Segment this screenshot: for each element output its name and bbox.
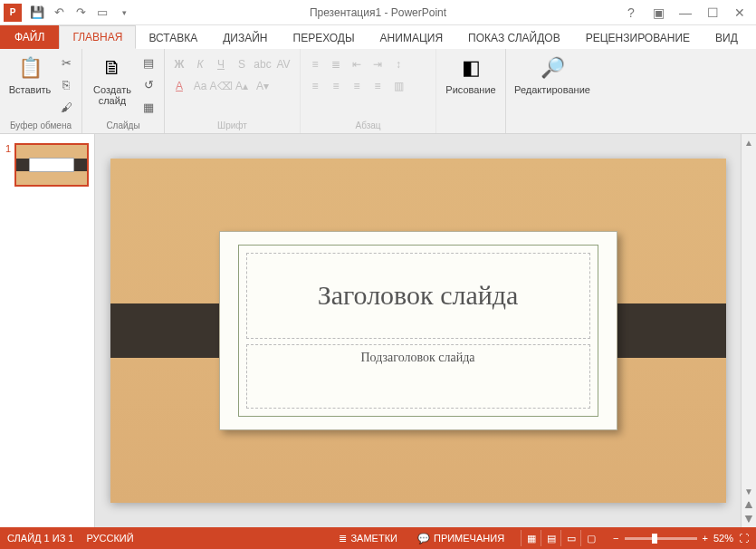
tab-slideshow[interactable]: ПОКАЗ СЛАЙДОВ <box>455 27 573 49</box>
scroll-up-icon[interactable]: ▲ <box>742 136 756 149</box>
columns-button[interactable]: ▥ <box>389 77 407 95</box>
shapes-icon: ◧ <box>456 53 485 82</box>
drawing-button[interactable]: ◧ Рисование <box>442 52 500 119</box>
app-icon: P <box>4 4 22 22</box>
prev-slide-icon[interactable]: ⯅ <box>742 498 756 512</box>
status-bar: СЛАЙД 1 ИЗ 1 РУССКИЙ ≣ЗАМЕТКИ 💬ПРИМЕЧАНИ… <box>0 527 756 549</box>
vertical-scrollbar[interactable]: ▲ ▼ ⯅ ⯆ <box>741 134 756 527</box>
zoom-out-button[interactable]: − <box>613 533 618 544</box>
group-editing: 🔎 Редактирование <box>506 49 598 133</box>
group-drawing: ◧ Рисование <box>436 49 506 133</box>
zoom-in-button[interactable]: + <box>703 533 708 544</box>
start-from-beginning-icon[interactable]: ▭ <box>92 3 112 23</box>
grow-font-button[interactable]: A▴ <box>233 77 251 95</box>
find-icon: 🔎 <box>538 53 567 82</box>
tab-transitions[interactable]: ПЕРЕХОДЫ <box>281 27 368 49</box>
group-slides: 🗎 Создать слайд ▤ ↺ ▦ Слайды <box>82 49 165 133</box>
shrink-font-button[interactable]: A▾ <box>254 77 272 95</box>
tab-file[interactable]: ФАЙЛ <box>0 25 59 49</box>
save-icon[interactable]: 💾 <box>27 3 47 23</box>
fit-to-window-button[interactable]: ⛶ <box>739 533 749 544</box>
minimize-icon[interactable]: — <box>678 5 693 20</box>
title-bar: P 💾 ↶ ↷ ▭ ▾ Презентация1 - PowerPoint ? … <box>0 0 756 25</box>
align-center-button[interactable]: ≡ <box>327 77 345 95</box>
thumbnail-number: 1 <box>5 143 11 187</box>
slide-thumbnail-panel: 1 <box>0 134 95 527</box>
font-color-button[interactable]: A <box>170 77 188 95</box>
slide-card-inner: Заголовок слайда Подзаголовок слайда <box>238 245 598 417</box>
reading-view-button[interactable]: ▭ <box>560 530 580 546</box>
title-placeholder[interactable]: Заголовок слайда <box>246 253 590 339</box>
paste-icon: 📋 <box>15 53 44 82</box>
notes-label: ЗАМЕТКИ <box>350 533 397 544</box>
cut-icon[interactable]: ✂ <box>56 53 76 72</box>
underline-button[interactable]: Ч <box>212 55 230 73</box>
zoom-slider[interactable] <box>625 537 697 540</box>
subtitle-placeholder[interactable]: Подзаголовок слайда <box>246 344 590 409</box>
ribbon: 📋 Вставить ✂ ⎘ 🖌 Буфер обмена 🗎 Создать … <box>0 49 756 134</box>
group-paragraph: ≡ ≣ ⇤ ⇥ ↕ ≡ ≡ ≡ ≡ ▥ Абзац <box>301 49 436 133</box>
close-icon[interactable]: ✕ <box>732 5 747 20</box>
spacing-button[interactable]: AV <box>274 55 292 73</box>
copy-icon[interactable]: ⎘ <box>56 76 76 94</box>
strike-button[interactable]: abc <box>254 55 272 73</box>
work-area: 1 Заголовок слайда Подзаголовок слайда ▲… <box>0 134 756 527</box>
ribbon-tabs: ФАЙЛ ГЛАВНАЯ ВСТАВКА ДИЗАЙН ПЕРЕХОДЫ АНИ… <box>0 25 756 49</box>
section-icon[interactable]: ▦ <box>139 99 158 117</box>
decrease-indent-button[interactable]: ⇤ <box>348 55 366 73</box>
tab-review[interactable]: РЕЦЕНЗИРОВАНИЕ <box>573 27 703 49</box>
slide-thumbnail-1[interactable] <box>14 143 89 187</box>
align-right-button[interactable]: ≡ <box>348 77 366 95</box>
editing-label: Редактирование <box>514 84 590 95</box>
paste-button[interactable]: 📋 Вставить <box>5 52 54 119</box>
comments-label: ПРИМЕЧАНИЯ <box>434 533 504 544</box>
slide-canvas: Заголовок слайда Подзаголовок слайда <box>95 134 741 527</box>
slideshow-view-button[interactable]: ▢ <box>580 530 600 546</box>
layout-icon[interactable]: ▤ <box>139 53 158 72</box>
zoom-level[interactable]: 52% <box>713 533 733 544</box>
comments-button[interactable]: 💬ПРИМЕЧАНИЯ <box>414 533 508 544</box>
sorter-view-button[interactable]: ▤ <box>541 530 560 546</box>
view-buttons: ▦ ▤ ▭ ▢ <box>521 530 600 546</box>
comments-icon: 💬 <box>417 533 430 544</box>
tab-insert[interactable]: ВСТАВКА <box>136 27 210 49</box>
normal-view-button[interactable]: ▦ <box>521 530 541 546</box>
tab-design[interactable]: ДИЗАЙН <box>210 27 280 49</box>
new-slide-button[interactable]: 🗎 Создать слайд <box>88 52 137 119</box>
drawing-label: Рисование <box>445 84 495 95</box>
change-case-button[interactable]: Aa <box>191 77 209 95</box>
scroll-down-icon[interactable]: ▼ <box>742 485 756 498</box>
undo-icon[interactable]: ↶ <box>49 3 69 23</box>
format-painter-icon[interactable]: 🖌 <box>56 99 76 117</box>
group-label-clipboard: Буфер обмена <box>5 119 76 133</box>
align-left-button[interactable]: ≡ <box>306 77 324 95</box>
maximize-icon[interactable]: ☐ <box>705 5 720 20</box>
group-clipboard: 📋 Вставить ✂ ⎘ 🖌 Буфер обмена <box>0 49 82 133</box>
new-slide-label: Создать слайд <box>88 84 137 106</box>
ribbon-display-icon[interactable]: ▣ <box>651 5 665 20</box>
italic-button[interactable]: К <box>191 55 209 73</box>
help-icon[interactable]: ? <box>624 5 638 20</box>
numbering-button[interactable]: ≣ <box>327 55 345 73</box>
slide-counter[interactable]: СЛАЙД 1 ИЗ 1 <box>7 533 73 544</box>
justify-button[interactable]: ≡ <box>368 77 387 95</box>
line-spacing-button[interactable]: ↕ <box>389 55 407 73</box>
bold-button[interactable]: Ж <box>170 55 188 73</box>
editing-button[interactable]: 🔎 Редактирование <box>512 52 593 119</box>
slide[interactable]: Заголовок слайда Подзаголовок слайда <box>110 159 726 503</box>
tab-view[interactable]: ВИД <box>703 27 751 49</box>
language-indicator[interactable]: РУССКИЙ <box>86 533 133 544</box>
shadow-button[interactable]: S <box>233 55 251 73</box>
bullets-button[interactable]: ≡ <box>306 55 324 73</box>
tab-animations[interactable]: АНИМАЦИЯ <box>368 27 455 49</box>
tab-home[interactable]: ГЛАВНАЯ <box>59 25 136 49</box>
reset-icon[interactable]: ↺ <box>139 76 158 94</box>
qat-customize-icon[interactable]: ▾ <box>114 3 134 23</box>
redo-icon[interactable]: ↷ <box>71 3 91 23</box>
notes-button[interactable]: ≣ЗАМЕТКИ <box>335 533 401 544</box>
paste-label: Вставить <box>9 84 52 95</box>
new-slide-icon: 🗎 <box>98 53 127 82</box>
clear-format-button[interactable]: A⌫ <box>212 77 230 95</box>
next-slide-icon[interactable]: ⯆ <box>742 512 756 525</box>
increase-indent-button[interactable]: ⇥ <box>368 55 387 73</box>
